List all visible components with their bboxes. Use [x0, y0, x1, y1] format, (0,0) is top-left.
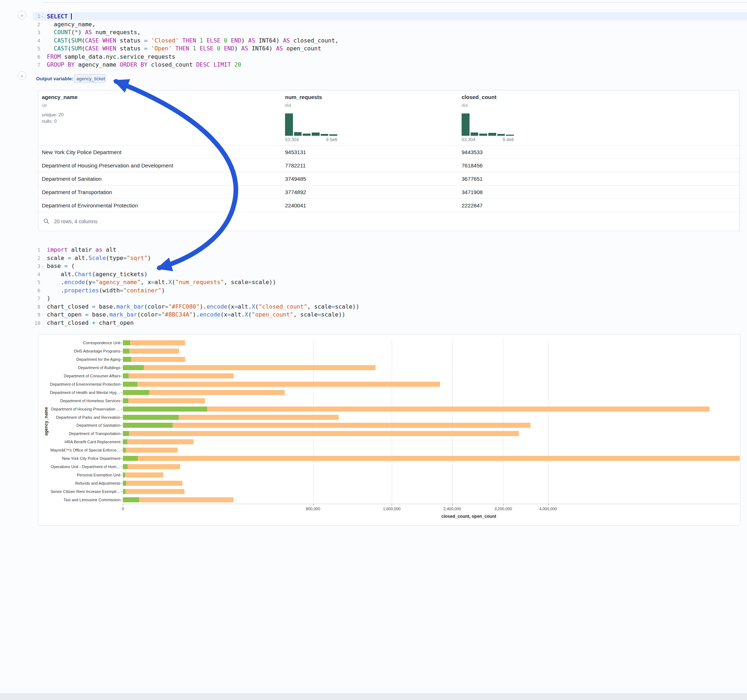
open_count-bar: [123, 373, 129, 379]
table-cell: 7782211: [285, 159, 305, 172]
y-axis-label: Correspondence Unit: [41, 341, 120, 345]
y-tick-mark: [121, 417, 122, 418]
code-line[interactable]: 2scale = alt.Scale(type="sqrt"): [33, 254, 747, 262]
code-line[interactable]: 3⌄base = (: [33, 262, 747, 270]
next-cell-edge: [0, 694, 747, 700]
table-cell: Department of Transportation: [42, 186, 112, 199]
code-text: ): [47, 294, 50, 303]
column-header-num-requests[interactable]: num_requests: [285, 94, 322, 100]
add-cell-button[interactable]: +: [18, 11, 26, 20]
code-line[interactable]: 3 COUNT(*) AS num_requests,: [33, 29, 747, 37]
y-axis-label: Department of Buildings: [41, 365, 120, 370]
code-line[interactable]: 1⌄SELECT: [33, 12, 747, 21]
code-text: chart_closed = base.mark_bar(color="#FFC…: [47, 303, 359, 311]
fold-chevron-icon[interactable]: ⌄: [41, 12, 46, 20]
closed_count-bar: [123, 398, 205, 403]
closed_count-bar: [123, 481, 182, 486]
table-cell: Department of Environmental Protection: [42, 199, 138, 212]
table-row: Department of Transportation377489234719…: [38, 185, 739, 198]
line-number: 7: [33, 61, 40, 69]
y-tick-mark: [121, 500, 122, 500]
closed_count-bar: [123, 472, 163, 477]
y-axis-label: Department of Consumer Affairs: [41, 374, 120, 378]
open_count-bar: [123, 481, 126, 486]
code-line[interactable]: 4 CAST(SUM(CASE WHEN status = 'Closed' T…: [33, 37, 747, 45]
line-number: 1: [33, 12, 40, 21]
histogram-bar: [470, 133, 479, 136]
fold-chevron-icon[interactable]: ⌄: [41, 262, 46, 270]
sql-code-editor[interactable]: 1⌄SELECT 2 agency_name,3 COUNT(*) AS num…: [33, 12, 747, 70]
x-axis-title: closed_count, open_count: [123, 514, 741, 519]
column-header-agency-name[interactable]: agency_name: [42, 94, 77, 100]
y-axis-label: Department of Housing Preservation …: [41, 407, 120, 411]
code-line[interactable]: 1import altair as alt: [33, 246, 747, 254]
code-text: FROM sample_data.nyc.service_requests: [47, 53, 175, 61]
histogram-bar: [461, 113, 470, 136]
histogram-bar: [294, 132, 302, 136]
y-axis-label: Mayorâ€™s Office of Special Enforce…: [41, 448, 120, 452]
y-tick-mark: [121, 351, 122, 352]
y-tick-mark: [121, 492, 122, 492]
closed_count-bar: [123, 373, 233, 379]
line-number: 5: [33, 278, 40, 287]
open_count-bar: [123, 348, 129, 354]
y-axis-label: Refunds and Adjustments: [41, 481, 120, 486]
table-cell: 3749485: [285, 172, 306, 186]
y-axis-label: Department of Homeless Services: [41, 398, 120, 403]
y-axis-label: Department of Health and Mental Hyg…: [41, 390, 120, 395]
closed_count-bar: [123, 464, 180, 469]
line-number: 5: [33, 45, 40, 53]
gridline: [123, 339, 123, 504]
y-axis-label: HRA Benefit Card Replacement: [41, 440, 120, 444]
table-cell: Department of Sanitation: [42, 172, 101, 186]
open_count-bar: [123, 398, 128, 403]
histogram-min: 53,304: [285, 137, 299, 142]
code-line[interactable]: 10chart_closed + chart_open: [33, 319, 747, 327]
histogram-bar: [479, 134, 487, 136]
x-axis-label: 2,400,000: [427, 507, 478, 511]
add-cell-button[interactable]: +: [18, 71, 26, 80]
code-line[interactable]: 5 .encode(y="agency_name", x=alt.X("num_…: [33, 278, 747, 287]
histogram-range: 53,304 9.5e6: [285, 137, 337, 142]
y-tick-mark: [121, 483, 122, 484]
line-number: 6: [33, 53, 40, 61]
y-tick-mark: [121, 409, 122, 409]
y-axis-label: Senior Citizen Rent Increase Exempti…: [41, 489, 120, 494]
table-cell: 2240041: [285, 199, 306, 212]
code-line[interactable]: 9chart_open = base.mark_bar(color="#8BC3…: [33, 311, 747, 319]
plot-area: [123, 339, 740, 504]
column-header-closed-count[interactable]: closed_count: [461, 94, 496, 100]
code-line[interactable]: 6FROM sample_data.nyc.service_requests: [33, 53, 747, 61]
table-cell: Department of Housing Preservation and D…: [42, 159, 173, 172]
y-axis-label: New York City Police Department: [41, 456, 120, 460]
open_count-bar: [123, 448, 126, 453]
table-cell: 3471908: [461, 186, 482, 199]
code-line[interactable]: 5 CAST(SUM(CASE WHEN status = 'Open' THE…: [33, 45, 747, 53]
code-line[interactable]: 2 agency_name,: [33, 21, 747, 29]
line-number: 2: [33, 254, 40, 262]
python-code-editor[interactable]: 1import altair as alt2scale = alt.Scale(…: [33, 246, 747, 328]
code-line[interactable]: 8chart_closed = base.mark_bar(color="#FF…: [33, 303, 747, 311]
closed_count-bar: [123, 382, 440, 387]
y-tick-mark: [121, 475, 122, 475]
open_count-bar: [123, 489, 126, 494]
gridline: [392, 339, 392, 504]
search-icon[interactable]: [43, 218, 49, 224]
line-number: 3: [33, 262, 40, 270]
y-tick-mark: [121, 459, 122, 459]
code-line[interactable]: 7): [33, 294, 747, 303]
column-stat-nulls: nulls: 0: [42, 118, 57, 124]
y-axis-label: Department of Sanitation: [41, 423, 120, 427]
line-number: 7: [33, 294, 40, 303]
line-number: 3: [33, 29, 40, 37]
histogram-bar: [312, 133, 320, 136]
open_count-bar: [123, 431, 129, 436]
open_count-bar: [123, 340, 130, 345]
output-variable-badge[interactable]: agency_tickets: [74, 74, 106, 83]
code-text: .properties(width="container"): [47, 287, 165, 295]
code-line[interactable]: 4 alt.Chart(agency_tickets): [33, 270, 747, 279]
code-line[interactable]: 7GROUP BY agency_name ORDER BY closed_co…: [33, 61, 747, 69]
code-line[interactable]: 6 .properties(width="container"): [33, 287, 747, 295]
results-table: agency_name str unique: 20 nulls: 0 num_…: [38, 90, 740, 231]
y-tick-mark: [121, 343, 122, 343]
